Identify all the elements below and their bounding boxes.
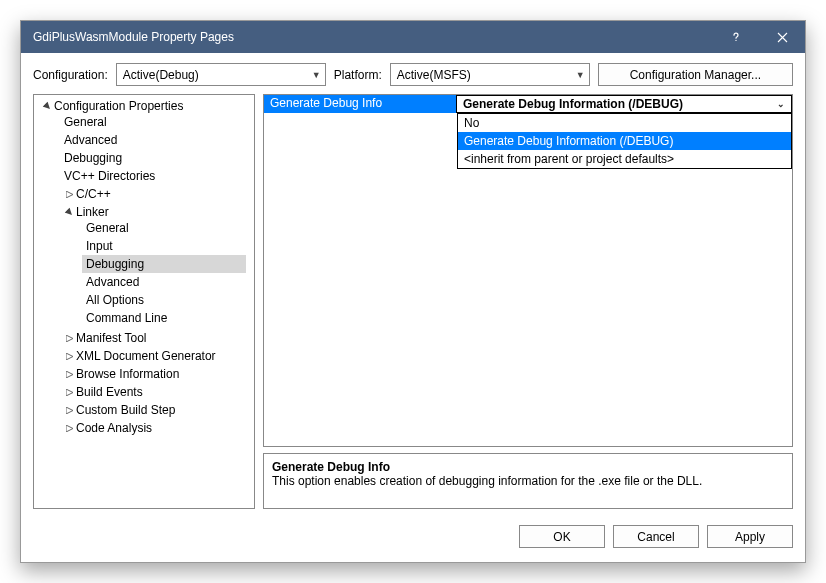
apply-button[interactable]: Apply <box>707 525 793 548</box>
dropdown-option-inherit[interactable]: <inherit from parent or project defaults… <box>458 150 791 168</box>
tree-item-codeanalysis[interactable]: Code Analysis <box>60 419 250 437</box>
property-pages-window: GdiPlusWasmModule Property Pages Configu… <box>20 20 806 563</box>
description-text: This option enables creation of debuggin… <box>272 474 784 488</box>
help-button[interactable] <box>713 21 759 53</box>
titlebar: GdiPlusWasmModule Property Pages <box>21 21 805 53</box>
dropdown-option-no[interactable]: No <box>458 114 791 132</box>
property-name: Generate Debug Info <box>264 95 456 113</box>
triangle-closed-icon <box>64 367 74 381</box>
property-value-combo[interactable]: Generate Debug Information (/DEBUG) ⌄ <box>456 95 792 113</box>
configuration-manager-button[interactable]: Configuration Manager... <box>598 63 793 86</box>
dropdown-option-debug[interactable]: Generate Debug Information (/DEBUG) <box>458 132 791 150</box>
main-panel: Generate Debug Info Generate Debug Infor… <box>263 94 793 509</box>
triangle-closed-icon <box>64 403 74 417</box>
description-title: Generate Debug Info <box>272 460 784 474</box>
configuration-combo[interactable]: Active(Debug) ▼ <box>116 63 326 86</box>
chevron-down-icon: ▼ <box>576 70 585 80</box>
cancel-button[interactable]: Cancel <box>613 525 699 548</box>
tree-item-linker-debugging[interactable]: Debugging <box>82 255 246 273</box>
tree-item-linker[interactable]: Linker General Input Debugging Advanced … <box>60 203 250 329</box>
property-value-dropdown[interactable]: No Generate Debug Information (/DEBUG) <… <box>457 113 792 169</box>
body: Configuration Properties General Advance… <box>21 94 805 517</box>
triangle-closed-icon <box>64 421 74 435</box>
window-title: GdiPlusWasmModule Property Pages <box>33 30 713 44</box>
triangle-closed-icon <box>64 385 74 399</box>
tree-item-linker-advanced[interactable]: Advanced <box>82 273 246 291</box>
tree-item-debugging[interactable]: Debugging <box>60 149 250 167</box>
tree-item-linker-cmdline[interactable]: Command Line <box>82 309 246 327</box>
tree-item-linker-alloptions[interactable]: All Options <box>82 291 246 309</box>
nav-tree[interactable]: Configuration Properties General Advance… <box>33 94 255 509</box>
configuration-value: Active(Debug) <box>123 68 308 82</box>
tree-item-vcdirs[interactable]: VC++ Directories <box>60 167 250 185</box>
tree-item-custombuild[interactable]: Custom Build Step <box>60 401 250 419</box>
tree-root[interactable]: Configuration Properties General Advance… <box>38 97 254 439</box>
triangle-closed-icon <box>64 331 74 345</box>
configuration-label: Configuration: <box>33 68 108 82</box>
close-button[interactable] <box>759 21 805 53</box>
tree-item-manifest[interactable]: Manifest Tool <box>60 329 250 347</box>
triangle-open-icon <box>42 99 52 113</box>
property-grid: Generate Debug Info Generate Debug Infor… <box>263 94 793 447</box>
triangle-closed-icon <box>64 349 74 363</box>
property-value: Generate Debug Information (/DEBUG) <box>463 97 683 111</box>
tree-item-general[interactable]: General <box>60 113 250 131</box>
tree-item-cpp[interactable]: C/C++ <box>60 185 250 203</box>
chevron-down-icon: ⌄ <box>777 99 785 109</box>
tree-item-linker-general[interactable]: General <box>82 219 246 237</box>
platform-label: Platform: <box>334 68 382 82</box>
ok-button[interactable]: OK <box>519 525 605 548</box>
chevron-down-icon: ▼ <box>312 70 321 80</box>
tree-item-linker-input[interactable]: Input <box>82 237 246 255</box>
property-row[interactable]: Generate Debug Info Generate Debug Infor… <box>264 95 792 113</box>
dialog-footer: OK Cancel Apply <box>21 517 805 562</box>
config-row: Configuration: Active(Debug) ▼ Platform:… <box>21 53 805 94</box>
triangle-open-icon <box>64 205 74 219</box>
triangle-closed-icon <box>64 187 74 201</box>
tree-item-xmldoc[interactable]: XML Document Generator <box>60 347 250 365</box>
platform-combo[interactable]: Active(MSFS) ▼ <box>390 63 590 86</box>
platform-value: Active(MSFS) <box>397 68 572 82</box>
tree-item-advanced[interactable]: Advanced <box>60 131 250 149</box>
description-panel: Generate Debug Info This option enables … <box>263 453 793 509</box>
tree-item-browseinfo[interactable]: Browse Information <box>60 365 250 383</box>
tree-item-buildevents[interactable]: Build Events <box>60 383 250 401</box>
